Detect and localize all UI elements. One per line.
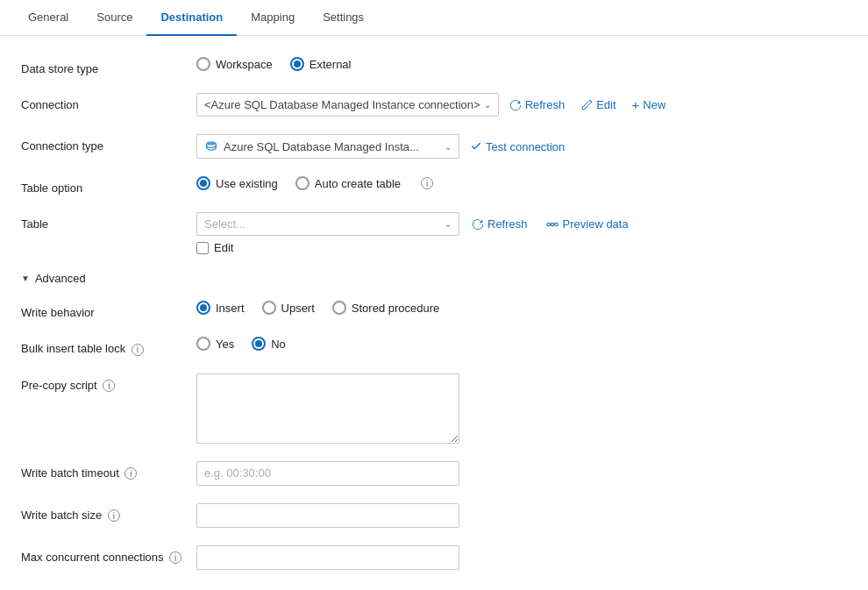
preview-data-button[interactable]: Preview data xyxy=(540,214,634,234)
pre-copy-script-textarea[interactable] xyxy=(196,373,459,444)
tab-bar: General Source Destination Mapping Setti… xyxy=(0,0,868,36)
radio-insert-outer xyxy=(196,301,210,315)
svg-point-0 xyxy=(207,141,217,145)
table-control: Select... ⌄ Refresh xyxy=(196,212,634,254)
data-store-type-radio-group: Workspace External xyxy=(196,57,352,71)
table-edit-label: Edit xyxy=(214,241,233,254)
radio-external-outer xyxy=(290,57,304,71)
table-select-group: Select... ⌄ Refresh xyxy=(196,212,634,254)
write-batch-timeout-info-icon: i xyxy=(125,467,137,480)
connection-dropdown-text: <Azure SQL Database Managed Instance con… xyxy=(204,98,480,111)
data-store-type-label: Data store type xyxy=(21,57,196,75)
connection-new-label: New xyxy=(643,98,665,111)
table-refresh-button[interactable]: Refresh xyxy=(466,214,533,234)
pre-copy-info-icon: i xyxy=(103,380,115,392)
write-behavior-radio-group: Insert Upsert Stored procedure xyxy=(196,301,439,315)
radio-use-existing[interactable]: Use existing xyxy=(196,176,278,190)
write-batch-size-input[interactable] xyxy=(196,503,459,528)
bulk-insert-label: Bulk insert table lock i xyxy=(21,337,196,356)
table-select-dropdown[interactable]: Select... ⌄ xyxy=(196,212,459,236)
tab-destination[interactable]: Destination xyxy=(146,0,237,36)
pre-copy-script-row: Pre-copy script i xyxy=(21,373,847,444)
max-concurrent-connections-input[interactable] xyxy=(196,545,459,570)
max-concurrent-connections-row: Max concurrent connections i xyxy=(21,545,847,570)
connection-refresh-button[interactable]: Refresh xyxy=(504,95,571,115)
data-store-type-row: Data store type Workspace External xyxy=(21,57,847,75)
write-batch-timeout-label: Write batch timeout i xyxy=(21,461,196,480)
connection-type-row: Connection type Azure SQL Database Manag… xyxy=(21,134,847,159)
radio-yes-label: Yes xyxy=(216,338,234,351)
radio-workspace[interactable]: Workspace xyxy=(196,57,273,71)
radio-stored-procedure-outer xyxy=(332,301,346,315)
table-label: Table xyxy=(21,212,196,231)
write-behavior-label: Write behavior xyxy=(21,301,196,319)
table-option-row: Table option Use existing Auto create ta… xyxy=(21,176,847,195)
radio-no[interactable]: No xyxy=(252,337,286,351)
plus-icon: + xyxy=(632,98,640,111)
radio-no-label: No xyxy=(271,338,286,351)
tab-mapping[interactable]: Mapping xyxy=(237,0,309,36)
preview-data-label: Preview data xyxy=(563,217,629,231)
max-concurrent-connections-label: Max concurrent connections i xyxy=(21,545,196,565)
radio-yes[interactable]: Yes xyxy=(196,337,234,351)
radio-no-outer xyxy=(252,337,266,351)
radio-stored-procedure[interactable]: Stored procedure xyxy=(332,301,439,315)
radio-external[interactable]: External xyxy=(290,57,352,71)
connection-type-dropdown[interactable]: Azure SQL Database Managed Insta... ⌄ xyxy=(196,134,459,159)
connection-type-control: Azure SQL Database Managed Insta... ⌄ Te… xyxy=(196,134,570,159)
radio-workspace-outer xyxy=(196,57,210,71)
table-option-info-icon: i xyxy=(421,177,433,189)
tab-settings[interactable]: Settings xyxy=(309,0,378,36)
radio-use-existing-outer xyxy=(196,176,210,190)
svg-point-2 xyxy=(551,223,554,226)
pre-copy-script-label: Pre-copy script i xyxy=(21,373,196,393)
connection-edit-button[interactable]: Edit xyxy=(575,95,621,115)
table-edit-checkbox[interactable] xyxy=(196,242,209,254)
radio-external-dot xyxy=(294,60,301,68)
write-batch-timeout-input[interactable] xyxy=(196,461,459,486)
tab-general[interactable]: General xyxy=(14,0,82,36)
connection-edit-label: Edit xyxy=(596,98,615,111)
radio-use-existing-dot xyxy=(200,180,207,187)
test-connection-button[interactable]: Test connection xyxy=(465,137,570,157)
table-dropdown-arrow: ⌄ xyxy=(445,219,452,229)
connection-control: <Azure SQL Database Managed Instance con… xyxy=(196,93,671,117)
connection-dropdown[interactable]: <Azure SQL Database Managed Instance con… xyxy=(196,93,499,117)
test-connection-icon xyxy=(470,140,482,153)
radio-auto-create-label: Auto create table xyxy=(315,177,401,190)
write-behavior-row: Write behavior Insert Upsert Stored proc… xyxy=(21,301,847,319)
advanced-toggle[interactable]: ▼ Advanced xyxy=(21,272,847,285)
max-concurrent-connections-info-icon: i xyxy=(169,551,181,564)
write-batch-timeout-row: Write batch timeout i xyxy=(21,461,847,486)
advanced-label: Advanced xyxy=(35,272,86,285)
connection-refresh-label: Refresh xyxy=(525,98,566,111)
form-body: Data store type Workspace External Conne… xyxy=(0,36,868,590)
bulk-insert-row: Bulk insert table lock i Yes No xyxy=(21,337,847,356)
radio-insert[interactable]: Insert xyxy=(196,301,245,315)
table-edit-row: Edit xyxy=(196,241,634,254)
radio-use-existing-label: Use existing xyxy=(216,177,278,190)
db-icon xyxy=(204,139,218,153)
preview-icon xyxy=(545,218,559,231)
write-batch-timeout-control xyxy=(196,461,459,486)
connection-type-text: Azure SQL Database Managed Insta... xyxy=(224,140,439,153)
radio-auto-create[interactable]: Auto create table xyxy=(295,176,401,190)
write-behavior-control: Insert Upsert Stored procedure xyxy=(196,301,439,315)
connection-new-button[interactable]: + New xyxy=(627,95,672,115)
radio-upsert[interactable]: Upsert xyxy=(262,301,315,315)
connection-dropdown-arrow: ⌄ xyxy=(484,100,491,110)
table-row: Table Select... ⌄ Refresh xyxy=(21,212,847,254)
table-option-control: Use existing Auto create table i xyxy=(196,176,433,190)
write-batch-size-info-icon: i xyxy=(108,509,120,522)
radio-upsert-outer xyxy=(262,301,276,315)
connection-type-label: Connection type xyxy=(21,134,196,153)
table-option-radio-group: Use existing Auto create table i xyxy=(196,176,433,190)
tab-source[interactable]: Source xyxy=(82,0,146,36)
radio-stored-procedure-label: Stored procedure xyxy=(352,302,439,315)
radio-yes-outer xyxy=(196,337,210,351)
radio-workspace-label: Workspace xyxy=(216,58,273,71)
connection-label: Connection xyxy=(21,93,196,111)
write-batch-size-label: Write batch size i xyxy=(21,503,196,522)
table-refresh-label: Refresh xyxy=(487,217,528,231)
chevron-icon: ▼ xyxy=(21,274,30,283)
